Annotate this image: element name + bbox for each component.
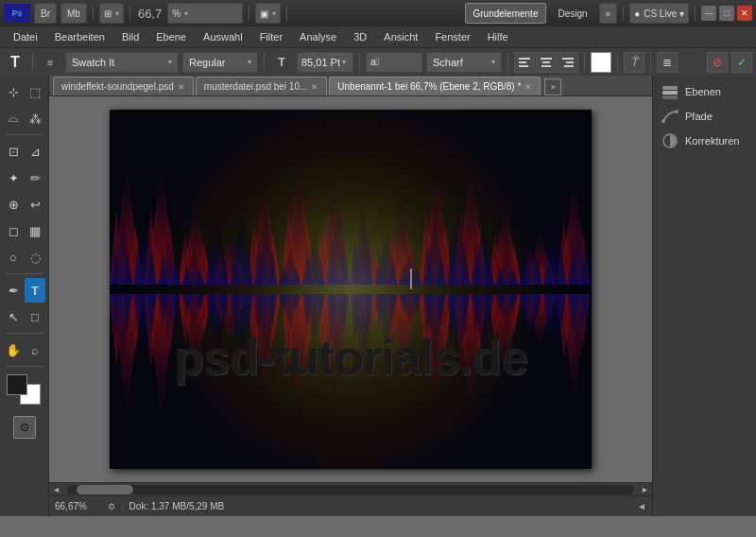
menu-bild[interactable]: Bild xyxy=(114,29,146,44)
foreground-color[interactable] xyxy=(7,374,27,395)
warp-text-button[interactable]: T̈ xyxy=(624,52,644,73)
menu-hilfe[interactable]: Hilfe xyxy=(480,29,516,44)
align-center-icon xyxy=(540,57,553,68)
healing-brush-tool[interactable]: ✦ xyxy=(3,165,24,190)
menu-datei[interactable]: Datei xyxy=(6,29,45,44)
tab-unbenannt-close[interactable]: ✕ xyxy=(524,82,532,92)
confirm-button[interactable]: ✓ xyxy=(731,52,752,73)
move-marquee-pair: ⊹ ⬚ xyxy=(3,79,45,104)
workspace-more[interactable]: » xyxy=(599,3,618,24)
separator6 xyxy=(695,6,696,21)
blur-tool[interactable]: ◌ xyxy=(25,245,45,269)
font-style-dropdown[interactable]: Regular ▾ xyxy=(182,52,258,73)
menu-bearbeiten[interactable]: Bearbeiten xyxy=(47,29,112,44)
lasso-tool[interactable]: ⌓ xyxy=(3,106,24,130)
tab-overflow-button[interactable]: » xyxy=(544,78,561,95)
eraser-tool[interactable]: ◻ xyxy=(3,218,24,243)
svg-rect-8 xyxy=(564,65,574,67)
marquee-tool[interactable]: ⬚ xyxy=(25,79,45,104)
pen-tool[interactable]: ✒ xyxy=(3,278,24,303)
menu-ebene[interactable]: Ebene xyxy=(148,29,194,44)
bridge-button[interactable]: Br xyxy=(34,3,57,24)
history-brush-tool[interactable]: ↩ xyxy=(25,192,45,217)
hand-tool[interactable]: ✋ xyxy=(3,338,24,362)
font-size-value: 85,01 Pt xyxy=(301,57,340,68)
tab-windeffekt-close[interactable]: ✕ xyxy=(178,82,185,92)
path-selection-tool[interactable]: ↖ xyxy=(3,304,24,329)
scroll-indicator[interactable]: ◄ xyxy=(637,501,646,511)
maximize-button[interactable]: □ xyxy=(719,6,734,21)
toggle-charparams-icon[interactable]: ≡ xyxy=(39,51,61,74)
font-style-caret: ▾ xyxy=(248,58,251,66)
tab-musterdatei-close[interactable]: ✕ xyxy=(311,82,318,92)
clone-stamp-tool[interactable]: ⊕ xyxy=(3,192,24,217)
scroll-thumb[interactable] xyxy=(77,485,133,494)
close-button[interactable]: ✕ xyxy=(737,6,752,21)
gradient-tool[interactable]: ▦ xyxy=(25,218,45,243)
menu-analyse[interactable]: Analyse xyxy=(292,29,344,44)
panel-item-korrekturen[interactable]: Korrekturen xyxy=(653,129,756,153)
align-left-icon xyxy=(518,57,531,68)
font-family-dropdown[interactable]: Swatch It ▾ xyxy=(65,52,179,73)
align-right-button[interactable] xyxy=(558,52,578,73)
separator: | xyxy=(121,501,124,511)
svg-point-12 xyxy=(662,119,665,123)
svg-rect-3 xyxy=(541,58,552,60)
toggle-char-panel-button[interactable]: ≣ xyxy=(657,52,678,73)
tab-windeffekt[interactable]: windeffekt-soundpegel.psd ✕ xyxy=(53,77,194,95)
tab-musterdatei[interactable]: musterdatei.psd bei 10... ✕ xyxy=(196,77,328,95)
menu-filter[interactable]: Filter xyxy=(252,29,290,44)
mini-bridge-button[interactable]: Mb xyxy=(60,3,87,24)
crop-tool[interactable]: ⊡ xyxy=(3,139,24,164)
sep7 xyxy=(650,53,651,72)
shape-tool[interactable]: □ xyxy=(25,304,45,329)
menu-ansicht[interactable]: Ansicht xyxy=(376,29,425,44)
align-left-button[interactable] xyxy=(514,52,535,73)
eyedropper-tool[interactable]: ⊿ xyxy=(25,139,45,164)
svg-rect-9 xyxy=(662,86,678,90)
svg-rect-10 xyxy=(662,91,678,95)
view-dropdown[interactable]: ⊞▾ xyxy=(99,3,124,24)
aa-field[interactable]: a᷊ xyxy=(366,52,422,73)
zoom-display: 66,67% xyxy=(55,501,102,511)
brush-tool[interactable]: ✏ xyxy=(25,165,45,190)
panel-item-ebenen[interactable]: Ebenen xyxy=(653,79,756,104)
tab-unbenannt[interactable]: Unbenannt-1 bei 66,7% (Ebene 2, RGB/8) *… xyxy=(329,77,541,95)
zoom-tool[interactable]: ⌕ xyxy=(25,338,45,362)
tab-windeffekt-label: windeffekt-soundpegel.psd xyxy=(61,81,174,92)
doc-size-display: Dok: 1,37 MB/5,29 MB xyxy=(129,501,225,511)
soundwave-art xyxy=(110,110,592,469)
lasso-magic-pair: ⌓ ⁂ xyxy=(3,106,45,130)
dodge-tool[interactable]: ○ xyxy=(3,245,24,269)
screen-mode-dropdown[interactable]: ▣▾ xyxy=(255,3,281,24)
menu-auswahl[interactable]: Auswahl xyxy=(196,29,250,44)
divider2 xyxy=(6,273,43,274)
text-color-swatch[interactable] xyxy=(591,52,611,73)
panel-item-pfade[interactable]: Pfade xyxy=(653,104,756,129)
font-size-caret: ▾ xyxy=(342,58,346,66)
minimize-button[interactable]: — xyxy=(701,6,716,21)
aa-value: Scharf xyxy=(433,57,463,68)
scroll-left-arrow[interactable]: ◄ xyxy=(49,485,63,494)
aa-dropdown[interactable]: Scharf ▾ xyxy=(426,52,502,73)
workspace-grundelemente[interactable]: Grundelemente xyxy=(465,3,547,24)
text-tool[interactable]: T xyxy=(25,278,45,303)
scroll-right-arrow[interactable]: ► xyxy=(638,485,652,494)
horizontal-scrollbar[interactable]: ◄ ► xyxy=(49,482,652,495)
cancel-button[interactable]: ⊘ xyxy=(707,52,728,73)
menu-3d[interactable]: 3D xyxy=(346,29,374,44)
document-canvas[interactable]: psd-tutorials.de xyxy=(110,110,592,469)
font-size-field[interactable]: 85,01 Pt ▾ xyxy=(297,52,353,73)
quick-mask-button[interactable]: ⊙ xyxy=(13,416,36,439)
align-center-button[interactable] xyxy=(536,52,557,73)
zoom-dropdown[interactable]: %▾ xyxy=(167,3,243,24)
font-family-value: Swatch It xyxy=(72,57,114,68)
move-tool[interactable]: ⊹ xyxy=(3,79,24,104)
workspace-design[interactable]: Design xyxy=(550,3,594,24)
menu-fenster[interactable]: Fenster xyxy=(427,29,477,44)
magic-wand-tool[interactable]: ⁂ xyxy=(25,106,45,130)
separator xyxy=(93,6,94,21)
text-cursor xyxy=(410,268,412,289)
cs-live-dropdown[interactable]: ● CS Live ▾ xyxy=(629,3,689,24)
sep5 xyxy=(584,53,585,72)
